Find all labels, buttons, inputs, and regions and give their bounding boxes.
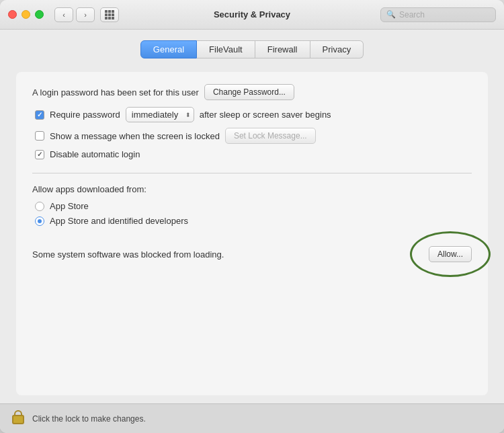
minimize-button[interactable] [22, 10, 30, 19]
tab-firewall[interactable]: Firewall [255, 40, 310, 58]
show-message-row: Show a message when the screen is locked… [32, 128, 472, 144]
window: ‹ › Security & Privacy 🔍 Search General … [0, 0, 504, 433]
blocked-software-row: Some system software was blocked from lo… [32, 239, 472, 269]
tab-bar: General FileVault Firewall Privacy [16, 40, 488, 58]
search-input[interactable]: Search [399, 10, 490, 19]
app-store-identified-radio[interactable] [35, 216, 44, 226]
show-message-label: Show a message when the screen is locked [50, 131, 220, 141]
tab-privacy[interactable]: Privacy [310, 40, 364, 58]
close-button[interactable] [8, 10, 17, 19]
tab-filevault[interactable]: FileVault [197, 40, 255, 58]
bottom-bar: Click the lock to make changes. [0, 403, 504, 433]
app-store-identified-label: App Store and identified developers [50, 216, 188, 226]
require-password-row: Require password immediately 5 seconds 1… [32, 107, 472, 122]
content-area: General FileVault Firewall Privacy A log… [0, 30, 504, 403]
nav-buttons: ‹ › [54, 7, 95, 22]
blocked-message: Some system software was blocked from lo… [32, 249, 429, 260]
allow-button[interactable]: Allow... [429, 246, 472, 262]
disable-autologin-checkbox[interactable] [35, 150, 44, 159]
title-bar: ‹ › Security & Privacy 🔍 Search [0, 0, 504, 30]
change-password-button[interactable]: Change Password... [204, 84, 294, 100]
app-store-identified-radio-row: App Store and identified developers [32, 216, 472, 226]
tab-general[interactable]: General [140, 40, 197, 58]
disable-autologin-row: Disable automatic login [32, 149, 472, 159]
disable-autologin-label: Disable automatic login [50, 149, 140, 159]
divider [32, 173, 472, 173]
settings-panel: A login password has been set for this u… [16, 72, 488, 395]
lock-text: Click the lock to make changes. [32, 414, 146, 424]
allow-button-wrapper: Allow... [429, 246, 472, 262]
back-button[interactable]: ‹ [54, 7, 73, 22]
immediately-select-wrapper: immediately 5 seconds 1 minute 5 minutes [126, 107, 194, 122]
require-password-label: Require password [50, 110, 120, 120]
forward-button[interactable]: › [76, 7, 95, 22]
app-store-radio[interactable] [35, 202, 44, 211]
maximize-button[interactable] [35, 10, 44, 19]
app-store-label: App Store [50, 201, 89, 211]
search-icon: 🔍 [386, 10, 396, 19]
grid-button[interactable] [100, 7, 119, 22]
allow-apps-section: Allow apps downloaded from: App Store Ap… [32, 184, 472, 226]
lock-body [12, 415, 24, 424]
login-password-label: A login password has been set for this u… [32, 87, 199, 97]
traffic-lights [8, 10, 44, 19]
window-title: Security & Privacy [214, 9, 290, 19]
show-message-checkbox[interactable] [35, 131, 44, 141]
search-box[interactable]: 🔍 Search [380, 7, 496, 22]
lock-icon[interactable] [11, 410, 26, 428]
immediately-select[interactable]: immediately 5 seconds 1 minute 5 minutes [126, 107, 194, 122]
require-password-checkbox[interactable] [35, 110, 44, 120]
login-password-row: A login password has been set for this u… [32, 84, 472, 100]
login-password-section: A login password has been set for this u… [32, 84, 472, 159]
set-lock-message-button[interactable]: Set Lock Message... [225, 128, 316, 144]
allow-apps-label: Allow apps downloaded from: [32, 184, 472, 194]
grid-icon [105, 10, 114, 19]
after-sleep-label: after sleep or screen saver begins [200, 110, 331, 120]
app-store-radio-row: App Store [32, 201, 472, 211]
